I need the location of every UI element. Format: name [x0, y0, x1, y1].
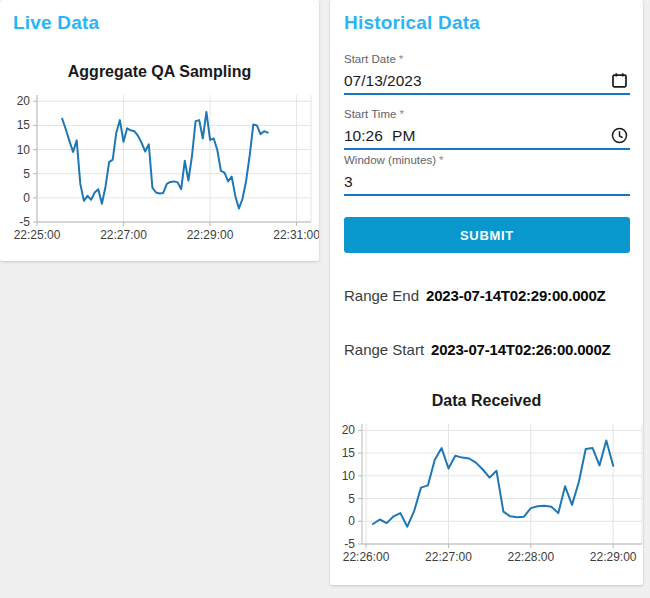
- start-date-field: Start Date* 07/13/2023: [344, 53, 630, 95]
- window-minutes-input[interactable]: 3: [344, 168, 630, 196]
- historical-data-heading: Historical Data: [344, 12, 480, 34]
- start-time-value[interactable]: 10:26 PM: [344, 127, 415, 145]
- svg-text:22:31:00: 22:31:00: [273, 228, 319, 242]
- range-start-label: Range Start: [344, 341, 424, 358]
- range-end-value: 2023-07-14T02:29:00.000Z: [426, 287, 606, 304]
- window-minutes-field: Window (minutes)* 3: [344, 154, 630, 196]
- svg-text:-5: -5: [344, 537, 355, 551]
- svg-text:22:26:00: 22:26:00: [343, 550, 390, 564]
- live-data-card: Live Data Aggregate QA Sampling -5051015…: [0, 0, 319, 261]
- historical-data-card: Historical Data Start Date* 07/13/2023 S…: [330, 0, 643, 585]
- clock-icon[interactable]: [611, 127, 628, 144]
- start-date-value[interactable]: 07/13/2023: [344, 72, 422, 90]
- svg-text:0: 0: [23, 191, 30, 205]
- svg-text:22:28:00: 22:28:00: [507, 550, 554, 564]
- svg-text:22:29:00: 22:29:00: [590, 550, 637, 564]
- historical-chart: -50510152022:26:0022:27:0022:28:0022:29:…: [330, 418, 643, 578]
- svg-text:22:29:00: 22:29:00: [187, 228, 234, 242]
- svg-text:22:25:00: 22:25:00: [14, 228, 61, 242]
- live-data-heading: Live Data: [13, 12, 99, 34]
- start-time-field: Start Time* 10:26 PM: [344, 108, 630, 150]
- svg-text:22:27:00: 22:27:00: [100, 228, 147, 242]
- required-asterisk: *: [399, 53, 403, 65]
- calendar-icon[interactable]: [611, 72, 628, 89]
- start-date-label: Start Date*: [344, 53, 630, 66]
- live-chart-title: Aggregate QA Sampling: [0, 61, 319, 83]
- svg-text:22:27:00: 22:27:00: [425, 550, 472, 564]
- start-time-input[interactable]: 10:26 PM: [344, 122, 630, 150]
- svg-text:15: 15: [17, 118, 31, 132]
- range-end-row: Range End2023-07-14T02:29:00.000Z: [344, 286, 606, 306]
- range-start-row: Range Start2023-07-14T02:26:00.000Z: [344, 340, 611, 360]
- live-chart: -50510152022:25:0022:27:0022:29:0022:31:…: [0, 89, 319, 249]
- range-start-value: 2023-07-14T02:26:00.000Z: [431, 341, 611, 358]
- window-minutes-label: Window (minutes)*: [344, 154, 630, 167]
- svg-text:20: 20: [17, 94, 31, 108]
- svg-text:10: 10: [17, 143, 31, 157]
- start-date-input[interactable]: 07/13/2023: [344, 67, 630, 95]
- svg-text:5: 5: [348, 492, 355, 506]
- svg-text:0: 0: [348, 514, 355, 528]
- svg-text:10: 10: [342, 469, 356, 483]
- required-asterisk: *: [399, 108, 403, 120]
- svg-text:-5: -5: [19, 215, 30, 229]
- svg-text:5: 5: [23, 167, 30, 181]
- window-minutes-value[interactable]: 3: [344, 173, 353, 191]
- start-time-label: Start Time*: [344, 108, 630, 121]
- svg-text:15: 15: [342, 446, 356, 460]
- historical-chart-title: Data Received: [330, 390, 643, 412]
- range-end-label: Range End: [344, 287, 419, 304]
- submit-button[interactable]: SUBMIT: [344, 217, 630, 253]
- svg-text:20: 20: [342, 423, 356, 437]
- required-asterisk: *: [439, 154, 443, 166]
